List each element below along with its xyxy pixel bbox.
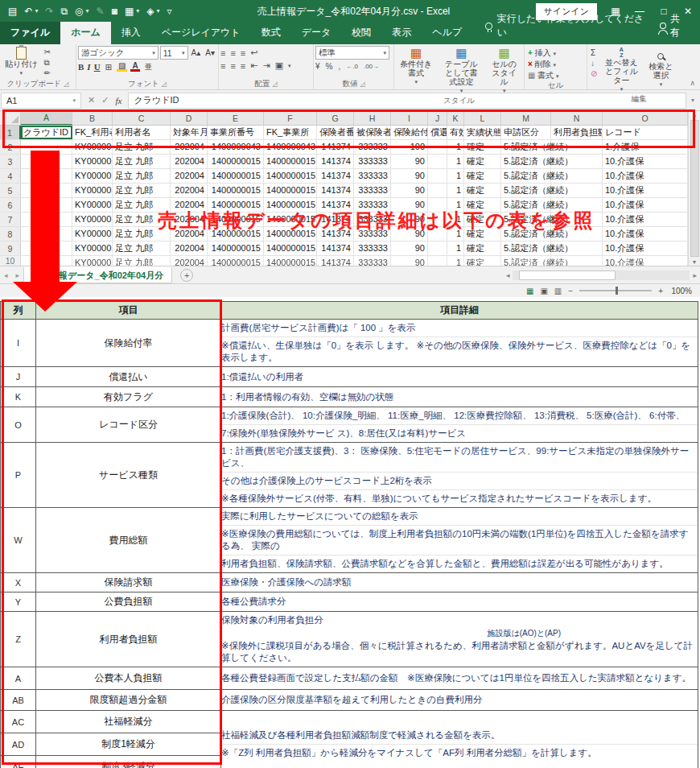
cell-E3[interactable]: 1400000015 (208, 155, 264, 168)
fill-color-button[interactable]: ▨ (117, 62, 127, 72)
sort-filter-button[interactable]: AZ 並べ替えとフィルター▾ (600, 46, 642, 94)
cell-L6[interactable]: 確定 (464, 198, 501, 212)
cell-G3[interactable]: 141374 (317, 155, 354, 168)
cell-J3[interactable] (428, 155, 447, 168)
cell-C2[interactable]: 足立 九郎 (113, 140, 171, 154)
cell-O3[interactable]: 10.介護保 (603, 155, 688, 168)
cell-J9[interactable] (428, 242, 447, 255)
cell-E4[interactable]: 1400000015 (208, 169, 264, 183)
column-header-I[interactable]: I (391, 111, 428, 125)
currency-format-icon[interactable]: ¥ (315, 62, 320, 71)
cell-G10[interactable]: 141374 (317, 256, 354, 266)
align-left-icon[interactable]: ≡ (220, 61, 225, 71)
cell-M6[interactable]: 5.認定済（継続） (501, 198, 551, 212)
cell-O9[interactable]: 10.介護保 (603, 242, 688, 255)
align-right-icon[interactable]: ≡ (241, 61, 245, 71)
cell-D1[interactable]: 対象年月 (171, 126, 208, 139)
ribbon-tab-n1[interactable]: ホーム (60, 22, 111, 44)
cell-H2[interactable]: 333333 (354, 140, 391, 154)
cell-O4[interactable]: 10.介護保 (603, 169, 688, 183)
cell-M7[interactable]: 5.認定済（継続） (501, 213, 551, 226)
cell-E5[interactable]: 1400000015 (208, 184, 264, 197)
row-header-1[interactable]: 1 (0, 126, 21, 139)
cell-H4[interactable]: 333333 (354, 169, 391, 183)
cell-D9[interactable]: 202004 (171, 242, 208, 255)
delete-cells-button[interactable]: × 削除 ▾ (526, 60, 585, 69)
horizontal-scroll-thumb[interactable] (519, 270, 616, 280)
zoom-slider[interactable] (579, 290, 652, 291)
print-preview-icon[interactable]: ⧉ (60, 6, 68, 16)
cell-K3[interactable]: 1 (447, 155, 464, 168)
cell-F7[interactable]: 1400000015, (264, 213, 317, 226)
graphic-dropdown-icon[interactable]: ▾ (136, 6, 139, 16)
share-button[interactable]: 共有 (649, 12, 700, 44)
cell-D10[interactable]: 202004 (171, 256, 208, 266)
font-size-combo[interactable]: 11▾ (160, 46, 188, 60)
cell-G9[interactable]: 141374 (317, 242, 354, 255)
cell-M5[interactable]: 5.認定済（継続） (501, 184, 551, 197)
cell-G2[interactable]: 141374 (317, 140, 354, 154)
cell-F1[interactable]: FK_事業所 (264, 126, 317, 139)
scroll-right-icon[interactable]: ▸ (690, 271, 700, 279)
cell-B10[interactable]: KY000001 (72, 256, 113, 266)
cell-I2[interactable]: 100 (391, 140, 428, 154)
cell-J6[interactable] (428, 198, 447, 212)
vertical-scrollbar[interactable]: ▴ ▾ (688, 111, 700, 266)
cell-N1[interactable]: 利用者負担額 (551, 126, 603, 139)
font-name-combo[interactable]: 游ゴシック▾ (78, 46, 159, 60)
align-center-icon[interactable]: ≡ (230, 61, 235, 71)
column-header-E[interactable]: E (208, 111, 264, 125)
cell-C6[interactable]: 足立 九郎 (113, 198, 171, 212)
paste-button[interactable]: 貼り付け ▾ (2, 46, 40, 78)
cell-A9[interactable] (21, 242, 72, 255)
cell-B2[interactable]: KY000001 (72, 140, 113, 154)
select-all-corner[interactable] (0, 111, 21, 125)
cell-F10[interactable]: 1400000015, (264, 256, 317, 266)
cell-A10[interactable] (21, 256, 72, 266)
ribbon-tab-n7[interactable]: 表示 (381, 22, 422, 44)
enter-icon[interactable]: ✓ (101, 95, 109, 105)
font-dialog-launcher-icon[interactable]: ◿ (162, 81, 167, 88)
cell-F3[interactable]: 1400000015, (264, 155, 317, 168)
cell-C8[interactable]: 足立 九郎 (113, 227, 171, 241)
cell-K6[interactable]: 1 (447, 198, 464, 212)
cell-C5[interactable]: 足立 九郎 (113, 184, 171, 197)
format-cells-button[interactable]: ▦ 書式 ▾ (526, 71, 585, 81)
cell-O1[interactable]: レコード (603, 126, 688, 139)
cell-C10[interactable]: 足立 九郎 (113, 256, 171, 266)
column-header-N[interactable]: N (551, 111, 603, 125)
bold-button[interactable]: B (78, 62, 84, 72)
decrease-indent-icon[interactable]: ⇤ (250, 60, 257, 71)
cell-F2[interactable]: 1400000043, (264, 140, 317, 154)
cell-F6[interactable]: 1400000015, (264, 198, 317, 212)
cell-A3[interactable] (21, 155, 72, 168)
cell-G6[interactable]: 141374 (317, 198, 354, 212)
comma-format-icon[interactable]: , (338, 62, 340, 71)
column-header-J[interactable]: J (428, 111, 447, 125)
scroll-down-icon[interactable]: ▾ (693, 258, 696, 266)
cell-E8[interactable]: 1400000015 (208, 227, 264, 241)
insert-function-icon[interactable]: fx (115, 96, 121, 105)
cell-L1[interactable]: 実績状態 (464, 126, 501, 139)
cell-G4[interactable]: 141374 (317, 169, 354, 183)
row-header-10[interactable]: 10 (0, 256, 21, 266)
sheet-tab[interactable]: 売上情報データ_令和02年04月分 (23, 266, 172, 283)
grow-font-button[interactable]: A▴ (190, 48, 203, 57)
clear-button[interactable]: ⊘ (589, 69, 599, 78)
cell-K1[interactable]: 有効フ (447, 126, 464, 139)
search-dropdown-icon[interactable]: ▾ (86, 6, 89, 16)
ribbon-tab-n3[interactable]: ページレイアウト (151, 22, 251, 44)
number-format-combo[interactable]: 標準▾ (315, 46, 389, 60)
cell-G8[interactable]: 141374 (317, 227, 354, 241)
cell-A4[interactable] (21, 169, 72, 183)
cell-L4[interactable]: 確定 (464, 169, 501, 183)
cell-M8[interactable]: 5.認定済（継続） (501, 227, 551, 241)
cell-K7[interactable]: 1 (447, 213, 464, 226)
row-header-9[interactable]: 9 (0, 242, 21, 255)
cancel-icon[interactable]: ✕ (88, 95, 95, 105)
cell-I8[interactable]: 90 (391, 227, 428, 241)
cell-L9[interactable]: 確定 (464, 242, 501, 255)
cell-K5[interactable]: 1 (447, 184, 464, 197)
sheet-nav-left-icon[interactable]: ◂ (0, 271, 12, 279)
cell-E9[interactable]: 1400000015 (208, 242, 264, 255)
